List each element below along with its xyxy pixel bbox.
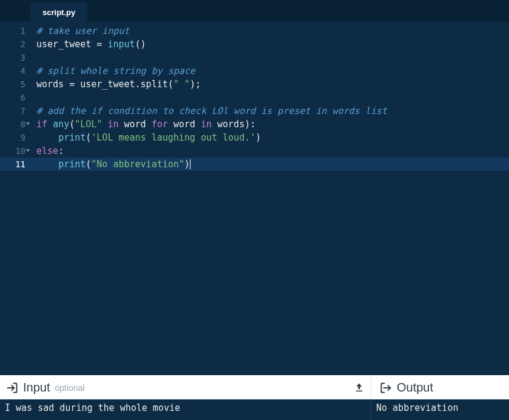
fold-icon[interactable] (25, 149, 30, 152)
code-line: # take user input (30, 24, 509, 38)
code-line: # add the if condition to check LOl word… (30, 104, 509, 118)
code-line: print("No abbreviation") (30, 158, 509, 171)
code-line: if any("LOL" in word for word in words): (30, 118, 509, 131)
line-number: 11 (0, 158, 30, 171)
line-number: 7 (0, 104, 30, 118)
code-line (30, 91, 509, 104)
output-icon (380, 382, 392, 394)
line-number: 10 (0, 144, 30, 158)
code-line: else: (30, 144, 509, 158)
code-line: # split whole string by space (30, 64, 509, 78)
io-body: No abbreviation (0, 399, 509, 420)
line-number: 6 (0, 91, 30, 104)
line-gutter: 1 2 3 4 5 6 7 8 9 10 11 (0, 22, 30, 375)
upload-icon[interactable] (354, 382, 365, 393)
code-line: print('LOL means laughing out loud.') (30, 131, 509, 144)
input-optional-label: optional (55, 383, 84, 393)
code-area[interactable]: # take user input user_tweet = input() #… (30, 22, 509, 375)
line-number: 3 (0, 51, 30, 64)
input-header: Input optional (0, 376, 371, 399)
line-number: 5 (0, 78, 30, 91)
line-number: 4 (0, 64, 30, 78)
output-pane: No abbreviation (371, 399, 509, 420)
output-header: Output (371, 376, 509, 399)
input-icon (6, 382, 18, 394)
output-title: Output (397, 381, 433, 395)
code-editor[interactable]: 1 2 3 4 5 6 7 8 9 10 11 # take user inpu… (0, 22, 509, 375)
text-cursor (190, 159, 190, 169)
input-textarea[interactable] (0, 399, 371, 420)
code-line (30, 51, 509, 64)
fold-icon[interactable] (25, 122, 30, 125)
line-number: 1 (0, 24, 30, 38)
io-header: Input optional Output (0, 375, 509, 399)
line-number: 2 (0, 38, 30, 51)
tab-bar: script.py (0, 0, 509, 22)
input-title: Input (23, 381, 50, 395)
code-line: user_tweet = input() (30, 38, 509, 51)
tab-script[interactable]: script.py (30, 2, 87, 22)
line-number: 8 (0, 118, 30, 131)
line-number: 9 (0, 131, 30, 144)
code-line: words = user_tweet.split(" "); (30, 78, 509, 91)
